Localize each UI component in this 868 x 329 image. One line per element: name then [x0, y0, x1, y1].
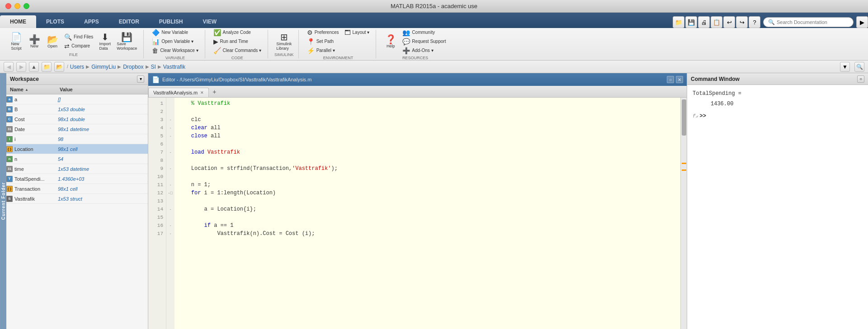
close-button[interactable] [5, 3, 11, 9]
browse-button[interactable]: 📁 [42, 62, 52, 72]
editor-tab-close-btn[interactable]: ✕ [200, 90, 204, 95]
copy-icon-btn[interactable]: 📋 [711, 16, 722, 28]
tab-apps[interactable]: APPS [74, 15, 109, 28]
breadcrumb-dropbox[interactable]: Dropbox [123, 64, 143, 70]
ws-row-time[interactable]: 31 time 1x53 datetime [6, 164, 148, 174]
workspace-options-button[interactable]: ▾ [137, 75, 144, 83]
var-name-vasttrafik: Vasttrafik [13, 196, 54, 202]
var-name-location: Location [13, 146, 54, 152]
new-variable-button[interactable]: 🔷 New Variable [150, 28, 200, 37]
editor-title-text: Editor - /Users/GimmyLiu/Dropbox/SI/Vast… [162, 77, 311, 82]
command-output-value: 1436.00 [711, 100, 863, 108]
open-variable-button[interactable]: 📊 Open Variable ▾ [150, 38, 200, 46]
command-window-body[interactable]: TotalSpending = 1436.00 f𝓍 >> [687, 85, 868, 329]
main-area: Current Folder Workspace ▾ Name ▲ Value … [0, 73, 868, 329]
ws-row-date[interactable]: 31 Date 98x1 datetime [6, 124, 148, 134]
search-submit-btn[interactable]: ▶ [856, 16, 868, 28]
import-data-button[interactable]: ⬇ ImportData [97, 32, 113, 52]
editor-header-btns: ○ ✕ [667, 76, 683, 83]
folder-icon-btn[interactable]: 📂 [54, 62, 64, 72]
help-button[interactable]: ❓ Help [382, 34, 399, 49]
current-folder-tab[interactable]: Current Folder [0, 73, 6, 329]
path-search-button[interactable]: 🔍 [854, 62, 864, 72]
editor-close-btn[interactable]: ✕ [676, 76, 683, 83]
tab-editor[interactable]: EDITOR [109, 15, 149, 28]
save-workspace-button[interactable]: 💾 SaveWorkspace [115, 32, 139, 52]
simulink-group-label: SIMULINK [274, 52, 294, 57]
workspace-table[interactable]: Name ▲ Value a a [] B B 1x53 double C Co… [6, 85, 148, 329]
code-line-17: Vasttrafik(n).Cost = Cost (i); [178, 230, 677, 238]
clear-workspace-button[interactable]: 🗑 Clear Workspace ▾ [150, 47, 200, 55]
var-name-cost: Cost [13, 117, 54, 122]
maximize-button[interactable] [24, 3, 29, 9]
ws-row-n[interactable]: n n 54 [6, 154, 148, 164]
command-panel: Command Window ○ TotalSpending = 1436.00… [687, 73, 868, 329]
minimize-button[interactable] [14, 3, 20, 9]
breadcrumb-users[interactable]: Users [70, 64, 84, 70]
search-documentation-input[interactable] [777, 19, 849, 25]
open-button[interactable]: 📂 Open [44, 34, 61, 49]
back-button[interactable]: ◀ [4, 62, 14, 72]
var-value-totalspending: 1.4360e+03 [54, 176, 148, 182]
tab-plots[interactable]: PLOTS [36, 15, 74, 28]
preferences-button[interactable]: ⚙ Preferences [305, 28, 341, 37]
parallel-button[interactable]: ⚡ Parallel ▾ [305, 47, 372, 55]
clear-commands-button[interactable]: 🧹 Clear Commands ▾ [212, 47, 264, 55]
save2-icon-btn[interactable]: 💾 [685, 16, 697, 28]
new-button[interactable]: ➕ New [26, 34, 42, 49]
resources-small-buttons: 👥 Community 💬 Request Support ➕ Add-Ons … [401, 28, 448, 55]
editor-scrollbar[interactable] [680, 98, 687, 329]
layout-button[interactable]: 🗔 Layout ▾ [343, 28, 372, 37]
analyze-code-button[interactable]: ✅ Analyze Code [212, 28, 264, 37]
clear-cmd-icon: 🧹 [213, 47, 221, 54]
analyze-code-label: Analyze Code [223, 30, 251, 35]
ws-row-totalspending[interactable]: T TotalSpendi... 1.4360e+03 [6, 174, 148, 184]
set-path-button[interactable]: 📍 Set Path [305, 38, 372, 46]
editor-tab-analysis[interactable]: VasttrafikAnalysis.m ✕ [148, 88, 209, 97]
editor-minimize-btn[interactable]: ○ [667, 76, 674, 83]
search-documentation-box[interactable]: 🔍 [763, 17, 854, 27]
undo-icon-btn[interactable]: ↩ [723, 16, 735, 28]
breadcrumb-si[interactable]: SI [151, 64, 156, 70]
print-icon-btn[interactable]: 🖨 [698, 16, 710, 28]
redo-icon-btn[interactable]: ↪ [736, 16, 748, 28]
code-area[interactable]: % Vasttrafik clc clear all close all loa… [175, 98, 680, 329]
editor-tab-add-btn[interactable]: + [209, 86, 220, 97]
ws-row-b[interactable]: B B 1x53 double [6, 104, 148, 114]
breadcrumb-gimmyliu[interactable]: GimmyLiu [91, 64, 116, 70]
command-prompt: >> [700, 112, 706, 121]
ws-row-a[interactable]: a a [] [6, 94, 148, 104]
command-input[interactable] [708, 113, 863, 120]
ws-row-location[interactable]: { } Location 98x1 cell [6, 144, 148, 154]
help-icon: ❓ [385, 35, 396, 44]
compare-button[interactable]: ⇄ Compare [62, 42, 95, 50]
code-line-14: a = Location{i}; [178, 205, 677, 213]
code-line-4: clear all [178, 124, 677, 132]
ws-row-transaction[interactable]: { } Transaction 98x1 cell [6, 184, 148, 194]
up-button[interactable]: ▲ [29, 62, 39, 72]
run-time-button[interactable]: ▶ Run and Time [212, 38, 264, 46]
find-files-button[interactable]: 🔍 Find Files [62, 33, 95, 41]
ws-row-cost[interactable]: C Cost 98x1 double [6, 114, 148, 124]
fx-icon: f𝓍 [693, 113, 698, 121]
tab-home[interactable]: HOME [0, 15, 36, 28]
request-support-button[interactable]: 💬 Request Support [401, 38, 448, 46]
new-script-button[interactable]: 📄 NewScript [8, 32, 24, 52]
save-icon-btn[interactable]: 📁 [673, 16, 684, 28]
community-button[interactable]: 👥 Community [401, 28, 448, 37]
compare-icon: ⇄ [64, 42, 70, 50]
tab-view[interactable]: VIEW [193, 15, 227, 28]
ws-row-vasttrafik[interactable]: S Vasttrafik 1x53 struct [6, 194, 148, 204]
command-window-options-btn[interactable]: ○ [857, 75, 864, 83]
editor-title: 📄 Editor - /Users/GimmyLiu/Dropbox/SI/Va… [152, 76, 311, 83]
var-icon-location: { } [6, 146, 13, 152]
tab-publish[interactable]: PUBLISH [149, 15, 193, 28]
forward-button[interactable]: ▶ [16, 62, 26, 72]
breadcrumb-vasttrafik[interactable]: Vasttrafik [163, 64, 185, 70]
address-search-button[interactable]: ▼ [840, 62, 850, 72]
ws-row-i[interactable]: i i 98 [6, 134, 148, 144]
simulink-button[interactable]: ⊞ SimulinkLibrary [274, 32, 293, 52]
addons-button[interactable]: ➕ Add-Ons ▾ [401, 47, 448, 55]
save-ws-icon: 💾 [121, 33, 132, 42]
help-icon-btn[interactable]: ? [749, 16, 760, 28]
